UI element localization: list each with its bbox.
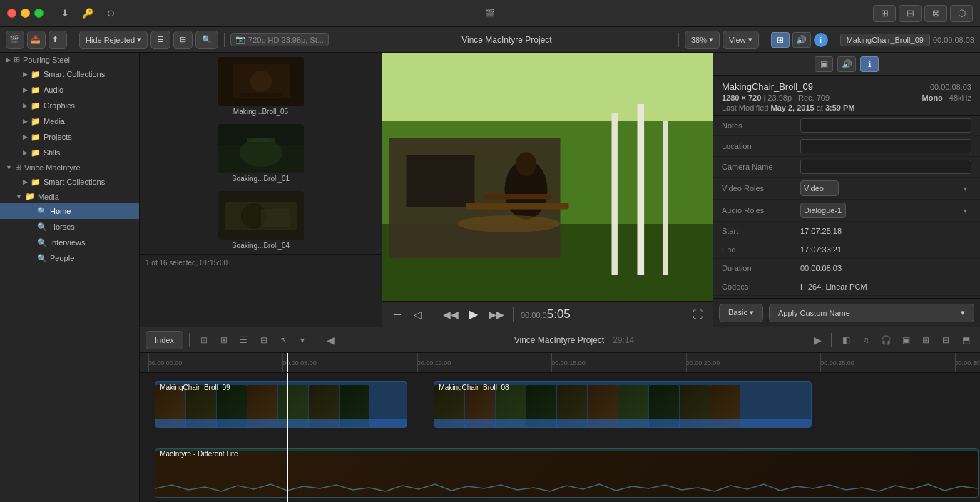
folder-media-icon: 📁: [31, 117, 41, 126]
audio-roles-select[interactable]: Dialogue-1 Music-1 Effects-1: [800, 203, 846, 218]
video-inspector-btn[interactable]: ▣: [815, 56, 833, 72]
fastfwd-btn[interactable]: ▶▶: [487, 305, 506, 324]
fullscreen-btn[interactable]: ⛶: [688, 305, 707, 324]
grid-timeline-btn[interactable]: ⊞: [917, 332, 934, 348]
inspector-row-camera: Camera Name: [713, 157, 980, 178]
window-arrange-btn[interactable]: ⊟: [899, 5, 922, 22]
filter-btn[interactable]: Hide Rejected ▾: [79, 31, 148, 49]
connection-btn[interactable]: ⬒: [957, 332, 974, 348]
select-chevron-btn[interactable]: ▾: [294, 332, 311, 348]
sidebar-item-smart-collections[interactable]: ▶ 📁 Smart Collections: [0, 66, 139, 82]
grid-view-btn[interactable]: ⊞: [173, 31, 193, 49]
prev-frame-btn[interactable]: ◁: [408, 305, 427, 324]
end-label: End: [722, 245, 800, 254]
sidebar-vince-label: Vince MacIntyre: [24, 163, 81, 172]
apply-custom-label: Apply Custom Name: [778, 309, 850, 317]
browser-item-broll05[interactable]: Making...Broll_05: [140, 53, 382, 120]
sidebar-item-audio[interactable]: ▶ 📁 Audio: [0, 82, 139, 98]
basic-btn[interactable]: Basic ▾: [719, 304, 763, 322]
window-tile-btn[interactable]: ⊞: [873, 5, 896, 22]
info-inspector-btn[interactable]: ℹ: [860, 56, 879, 72]
video-scope-btn[interactable]: ⊞: [771, 32, 790, 48]
sidebar-item-home[interactable]: 🔍 Home: [0, 203, 139, 219]
sidebar-item-vince-media[interactable]: ▼ 📁 Media: [0, 190, 139, 203]
video-roles-select[interactable]: Video Dialogue Music: [800, 180, 839, 196]
timeline-prev-btn[interactable]: ◀: [323, 332, 339, 348]
sidebar-item-media[interactable]: ▶ 📁 Media: [0, 113, 139, 129]
clip-making-chair-08[interactable]: MakingChair_Broll_08: [434, 381, 812, 428]
ruler-line-10: [417, 353, 418, 372]
library-icon-btn[interactable]: 🎬: [6, 31, 24, 49]
sidebar-item-stills[interactable]: ▶ 📁 Stills: [0, 145, 139, 160]
clip-different-life[interactable]: MacIntyre - Different Life: [155, 448, 978, 498]
inspector-row-codecs: Codecs H.264, Linear PCM: [713, 277, 980, 296]
share-btn[interactable]: ⬆: [49, 31, 67, 49]
minimize-button[interactable]: [21, 9, 30, 18]
timeline-list-btn[interactable]: ☰: [235, 332, 252, 348]
play-btn[interactable]: ▶: [463, 304, 484, 325]
sidebar-root-pouring-steel[interactable]: ▶ ⊞ Pouring Steel: [0, 53, 139, 66]
separator-5: [765, 33, 765, 47]
duration-label: Duration: [722, 264, 800, 272]
download-icon[interactable]: ⬇: [55, 4, 75, 23]
select-tool-btn[interactable]: ↖: [275, 332, 292, 348]
separator: [513, 307, 514, 322]
timeline-next-btn[interactable]: ▶: [810, 332, 825, 348]
index-tab[interactable]: Index: [146, 331, 183, 349]
camera-name-input[interactable]: [800, 160, 971, 174]
clip-label-making-chair-09: MakingChair_Broll_09: [160, 384, 230, 391]
location-input[interactable]: [800, 139, 971, 153]
main-layout: ▶ ⊞ Pouring Steel ▶ 📁 Smart Collections …: [0, 53, 980, 502]
search-btn[interactable]: 🔍: [195, 31, 218, 49]
filter-chevron: ▾: [137, 35, 141, 44]
inspector-clip-title: MakingChair_Broll_09: [722, 81, 813, 92]
sidebar-item-interviews[interactable]: 🔍 Interviews: [0, 235, 139, 250]
timeline-view-btn[interactable]: ⊞: [215, 332, 233, 348]
audio-waveform-btn[interactable]: ♫: [857, 332, 874, 348]
window-split-btn[interactable]: ⊠: [924, 5, 947, 22]
audio-meter-btn[interactable]: 🔊: [792, 32, 811, 48]
audio-inspector-btn[interactable]: 🔊: [837, 56, 856, 72]
view-btn[interactable]: View ▾: [723, 31, 759, 49]
sidebar-item-horses[interactable]: 🔍 Horses: [0, 219, 139, 235]
maximize-button[interactable]: [34, 9, 44, 18]
sidebar-item-graphics[interactable]: ▶ 📁 Graphics: [0, 98, 139, 113]
key-icon[interactable]: 🔑: [78, 4, 98, 23]
timeline-duration: 29:14: [613, 335, 634, 345]
preview-frame: [382, 53, 713, 301]
search-small-icon: 🔍: [37, 207, 47, 216]
window-zoom-btn[interactable]: ⬡: [950, 5, 973, 22]
import-btn[interactable]: 📥: [27, 31, 46, 49]
timeline-tag-btn[interactable]: ⊟: [255, 332, 272, 348]
apply-custom-chevron: ▾: [961, 308, 965, 317]
zoom-btn[interactable]: 38% ▾: [685, 31, 720, 49]
folder-smart-icon: 📁: [31, 70, 41, 79]
close-button[interactable]: [7, 9, 16, 18]
clip-appearance-btn[interactable]: ⊡: [195, 332, 213, 348]
notes-input[interactable]: [800, 118, 971, 133]
video-overlay-btn[interactable]: ▣: [897, 332, 914, 348]
browser-item-broll04[interactable]: Soaking...Broll_04: [140, 187, 382, 254]
preview-toolbar: ⊢ ◁ ◀◀ ▶ ▶▶ 00:00:05:05 ⛶: [382, 301, 713, 327]
clip-start-btn[interactable]: ⊢: [388, 305, 407, 324]
clip-making-chair-09[interactable]: MakingChair_Broll_09: [155, 381, 407, 428]
inspector-row-video-roles: Video Roles Video Dialogue Music: [713, 178, 980, 200]
share-icon[interactable]: ⊙: [101, 4, 121, 23]
timeline-tracks[interactable]: MakingChair_Broll_09 MakingChair_Broll: [140, 373, 980, 502]
headphone-btn[interactable]: 🎧: [877, 332, 894, 348]
rewind-btn[interactable]: ◀◀: [441, 305, 460, 324]
info-btn[interactable]: i: [814, 33, 828, 47]
list-view-btn[interactable]: ☰: [150, 31, 170, 49]
browser-item-broll01[interactable]: Soaking...Broll_01: [140, 120, 382, 187]
chevron-icon: ▼: [16, 193, 22, 200]
sidebar-item-projects[interactable]: ▶ 📁 Projects: [0, 129, 139, 145]
playhead: [287, 373, 288, 502]
sidebar-item-vince-smart-collections[interactable]: ▶ 📁 Smart Collections: [0, 174, 139, 190]
zoom-to-fit-btn[interactable]: ◧: [837, 332, 854, 348]
apply-custom-name-btn[interactable]: Apply Custom Name ▾: [769, 304, 974, 322]
timecode-bold: 5:05: [547, 307, 571, 321]
ruler-mark-0: 00:00:00:00: [148, 359, 183, 367]
sidebar-vince-section[interactable]: ▼ ⊞ Vince MacIntyre: [0, 160, 139, 174]
clip-trim-btn[interactable]: ⊟: [937, 332, 954, 348]
sidebar-item-people[interactable]: 🔍 People: [0, 250, 139, 266]
